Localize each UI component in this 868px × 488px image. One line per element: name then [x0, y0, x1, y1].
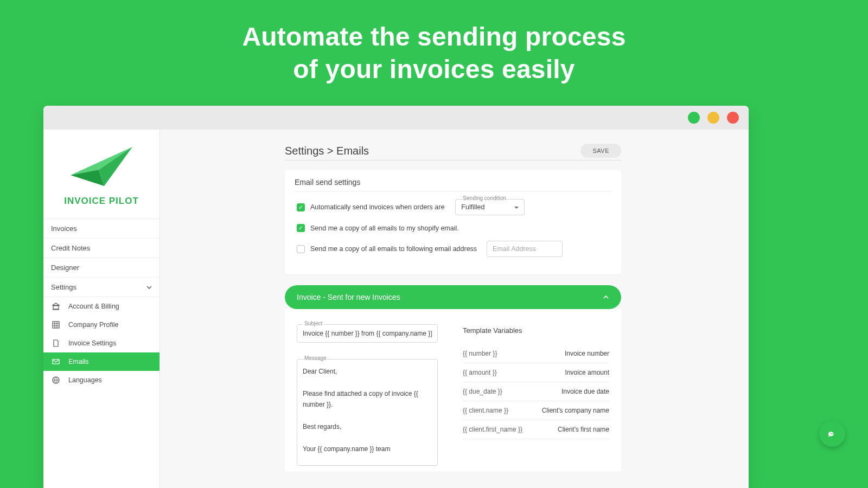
- window-titlebar: [43, 106, 749, 130]
- var-desc: Client's first name: [558, 426, 609, 433]
- settings-subnav: Account & Billing Company Profile Invoic…: [43, 297, 159, 389]
- template-var-row: {{ client.name }}Client's company name: [463, 401, 609, 420]
- template-var-row: {{ number }}Invoice number: [463, 344, 609, 363]
- subject-input[interactable]: [297, 324, 438, 343]
- page-header: Settings > Emails SAVE: [285, 130, 621, 160]
- logo-icon: [66, 144, 137, 192]
- setting-label: Send me a copy of all emails to followin…: [310, 245, 477, 253]
- var-token: {{ due_date }}: [463, 388, 502, 395]
- setting-auto-send-row: Automatically send invoices when orders …: [295, 199, 611, 215]
- svg-marker-1: [71, 170, 104, 186]
- checkbox-auto-send[interactable]: [297, 203, 305, 211]
- var-token: {{ client.name }}: [463, 407, 508, 414]
- svg-point-9: [834, 433, 835, 434]
- setting-label: Automatically send invoices when orders …: [310, 203, 444, 211]
- var-token: {{ client.first_name }}: [463, 426, 522, 433]
- field-label: Subject: [302, 320, 324, 326]
- template-vars-title: Template Variables: [463, 324, 609, 335]
- bank-icon: [51, 302, 61, 311]
- sidebar-subitem-company-profile[interactable]: Company Profile: [43, 316, 159, 334]
- message-textarea[interactable]: Dear Client, Please find attached a copy…: [297, 359, 438, 466]
- setting-label: Send me a copy of all emails to my shopi…: [310, 224, 459, 232]
- save-button[interactable]: SAVE: [580, 144, 621, 158]
- var-desc: Invoice number: [565, 350, 609, 357]
- sidebar-item-designer[interactable]: Designer: [43, 258, 159, 278]
- sidebar: INVOICE PILOT Invoices Credit Notes Desi…: [43, 130, 160, 488]
- brand-name: INVOICE PILOT: [64, 196, 139, 207]
- email-settings-card: Email send settings Automatically send i…: [285, 170, 621, 274]
- sidebar-item-settings[interactable]: Settings: [43, 278, 159, 297]
- template-var-row: {{ amount }}Invoice amount: [463, 363, 609, 382]
- template-vars-list: {{ number }}Invoice number{{ amount }}In…: [463, 344, 609, 439]
- sidebar-item-label: Designer: [51, 264, 79, 272]
- card-title: Email send settings: [295, 178, 611, 191]
- var-desc: Client's company name: [542, 407, 609, 414]
- setting-copy-shopify-row: Send me a copy of all emails to my shopi…: [295, 224, 611, 232]
- file-icon: [51, 339, 61, 348]
- brand: INVOICE PILOT: [43, 130, 159, 219]
- sidebar-item-label: Emails: [68, 358, 89, 365]
- svg-rect-3: [53, 322, 59, 328]
- sidebar-item-invoices[interactable]: Invoices: [43, 219, 159, 239]
- accordion-header[interactable]: Invoice - Sent for new Invoices: [285, 285, 621, 309]
- sidebar-subitem-account-billing[interactable]: Account & Billing: [43, 297, 159, 316]
- checkbox-copy-shopify[interactable]: [297, 224, 305, 232]
- mail-icon: [51, 357, 61, 366]
- window-dot-red: [727, 112, 739, 124]
- email-address-input[interactable]: [487, 241, 563, 257]
- window-dot-yellow: [707, 112, 719, 124]
- accordion-body: Subject Message Dear Client, Please find…: [285, 309, 621, 471]
- breadcrumb: Settings > Emails: [285, 145, 369, 157]
- chevron-up-icon: [603, 294, 609, 300]
- grid-icon: [51, 320, 61, 329]
- var-desc: Invoice amount: [565, 369, 609, 376]
- hero-banner: Automate the sending process of your inv…: [0, 0, 868, 86]
- sidebar-subitem-emails[interactable]: Emails: [43, 352, 159, 371]
- template-var-row: {{ due_date }}Invoice due date: [463, 382, 609, 401]
- sidebar-item-label: Languages: [68, 376, 102, 384]
- svg-marker-2: [99, 147, 132, 186]
- app-window: INVOICE PILOT Invoices Credit Notes Desi…: [43, 106, 749, 488]
- invoice-template-accordion: Invoice - Sent for new Invoices Subject …: [285, 285, 621, 471]
- globe-icon: [51, 376, 61, 384]
- svg-point-8: [832, 433, 833, 434]
- sidebar-subitem-languages[interactable]: Languages: [43, 371, 159, 389]
- chevron-down-icon: [146, 285, 152, 290]
- sidebar-nav: Invoices Credit Notes Designer Settings …: [43, 219, 159, 389]
- chat-fab[interactable]: [819, 421, 845, 447]
- setting-copy-address-row: Send me a copy of all emails to followin…: [295, 241, 611, 257]
- sidebar-item-label: Account & Billing: [68, 303, 119, 310]
- sidebar-item-credit-notes[interactable]: Credit Notes: [43, 239, 159, 258]
- chat-icon: [826, 427, 839, 440]
- window-dot-green: [688, 112, 700, 124]
- sidebar-item-label: Invoices: [51, 224, 77, 233]
- hero-line1: Automate the sending process: [242, 22, 626, 51]
- accordion-title: Invoice - Sent for new Invoices: [297, 293, 400, 301]
- hero-line2: of your invoices easily: [293, 55, 575, 84]
- select-value: Fulfilled: [461, 203, 484, 211]
- var-token: {{ number }}: [463, 350, 497, 357]
- sidebar-subitem-invoice-settings[interactable]: Invoice Settings: [43, 334, 159, 352]
- main-content: Settings > Emails SAVE Email send settin…: [160, 130, 749, 488]
- checkbox-copy-address[interactable]: [297, 245, 305, 253]
- sidebar-item-label: Company Profile: [68, 321, 118, 329]
- sidebar-item-label: Settings: [51, 283, 76, 291]
- sidebar-item-label: Credit Notes: [51, 244, 90, 252]
- var-token: {{ amount }}: [463, 369, 497, 376]
- svg-point-7: [831, 433, 832, 434]
- sending-condition-select[interactable]: Fulfilled: [455, 199, 525, 215]
- template-var-row: {{ client.first_name }}Client's first na…: [463, 420, 609, 439]
- var-desc: Invoice due date: [561, 388, 609, 395]
- sidebar-item-label: Invoice Settings: [68, 339, 116, 347]
